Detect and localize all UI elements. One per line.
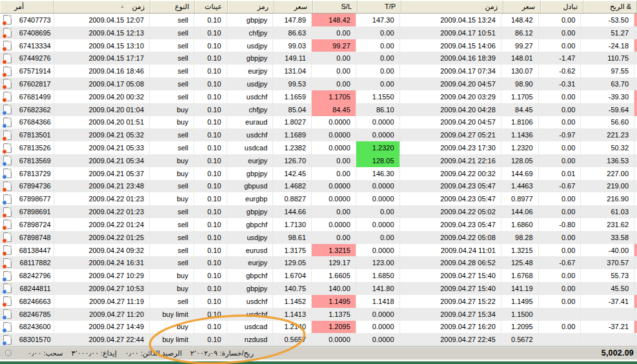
column-label: T/P (385, 3, 396, 10)
table-row[interactable]: 681178822009.04.24 16:31sell0.10eurjpy12… (0, 256, 637, 269)
cell-symbol: gbpjpy (227, 205, 274, 218)
cell-profit: 45.50 (581, 282, 634, 295)
column-label: زمن (132, 3, 145, 11)
column-header-sl[interactable]: S/L (313, 1, 358, 13)
table-row[interactable]: 681384472009.04.24 09:32sell0.10eurusd1.… (0, 244, 637, 257)
cell-lots: 0.10 (194, 180, 227, 193)
cell-order: 68138447 (0, 244, 54, 257)
cell-order: 68243600 (0, 321, 54, 334)
balance-total: 5,002.09 (602, 347, 634, 359)
document-red-dot-icon (3, 207, 12, 217)
row-edge-sliver (634, 333, 637, 346)
cell-swap: 0.01 (539, 167, 581, 180)
cell-open_time: 2009.04.15 12:13 (54, 26, 150, 39)
cell-open_price: 1.7130 (273, 218, 312, 231)
table-row[interactable]: 675719142009.04.16 18:46sell0.10eurjpy13… (0, 65, 637, 77)
cell-open_price: 0.5657 (273, 333, 312, 346)
column-label: S/L (341, 3, 352, 10)
column-label: أمر (14, 3, 24, 11)
cell-swap: 0.00 (539, 282, 581, 295)
table-row[interactable]: 678986772009.04.22 01:23buy0.10eurgbp0.8… (0, 192, 637, 205)
cell-order: 67898677 (0, 192, 54, 205)
cell-type: sell (150, 256, 194, 269)
table-row[interactable]: 678987482009.04.22 01:25sell0.10usdjpy98… (0, 231, 637, 244)
column-header-close_price[interactable]: سعر (503, 1, 541, 13)
table-row[interactable]: 682436002009.04.27 14:49buy0.10usdcad1.2… (0, 321, 637, 334)
cell-type: sell (150, 65, 194, 77)
table-row[interactable]: 678987242009.04.22 01:24sell0.10gbpchf1.… (0, 218, 637, 231)
column-header-close_time[interactable]: زمن (401, 1, 503, 13)
cell-profit: 61.03 (581, 205, 634, 218)
cell-close_time: 2009.04.23 05:47 (400, 218, 501, 231)
order-number: 67813501 (19, 131, 51, 139)
table-row[interactable]: 682467852009.04.27 11:20buy limit0.10usd… (0, 308, 637, 321)
table-row[interactable]: 678986912009.04.22 01:23sell0.10gbpjpy14… (0, 205, 637, 218)
table-row[interactable]: 676823622009.04.20 01:04buy0.10chfjpy85.… (0, 103, 637, 116)
column-header-type[interactable]: النوع (150, 1, 195, 13)
table-row[interactable]: 674492762009.04.15 17:17sell0.10gbpjpy14… (0, 52, 637, 65)
column-header-symbol[interactable]: رمز (228, 1, 274, 13)
cell-profit: -53.50 (581, 14, 634, 26)
table-row[interactable]: 678947362009.04.21 23:48sell0.10gbpusd1.… (0, 180, 637, 193)
table-row[interactable]: 682448112009.04.27 10:53buy0.10gbpjpy140… (0, 282, 637, 295)
cell-open_time: 2009.04.20 01:51 (54, 116, 150, 129)
table-row[interactable]: 678135692009.04.21 05:34buy0.10eurjpy126… (0, 154, 637, 167)
document-red-dot-icon (3, 232, 12, 242)
table-row[interactable]: 682427962009.04.27 10:29buy0.10gbpchf1.6… (0, 269, 637, 282)
column-header-profit[interactable]: الربح & (583, 1, 637, 13)
table-row[interactable]: 683015702009.04.27 22:44buy limit0.10nzd… (0, 333, 637, 346)
column-header-order[interactable]: أمر (0, 1, 54, 13)
table-row[interactable]: 674077732009.04.15 12:07sell0.10gbpjpy14… (0, 14, 637, 26)
cell-tp: 0.0000 (356, 180, 400, 193)
cell-tp: 1.1550 (356, 90, 400, 103)
cell-order: 67894736 (0, 180, 54, 193)
cell-swap (539, 308, 581, 321)
cell-order: 68246785 (0, 308, 54, 321)
cell-sl: 0.00 (312, 52, 356, 65)
cell-close_price: 84.45 (501, 103, 539, 116)
cell-type: buy limit (150, 308, 194, 321)
cell-tp: 0.0000 (356, 192, 400, 205)
cell-open_price: 98.61 (273, 231, 312, 244)
cell-sl: 0.0000 (312, 333, 356, 346)
column-header-open_price[interactable]: سعر (274, 1, 313, 13)
row-edge-sliver (634, 295, 637, 308)
cell-type: sell (150, 205, 194, 218)
cell-open_price: 86.63 (273, 26, 312, 39)
table-row[interactable]: 676814992009.04.20 00:32sell0.10usdchf1.… (0, 90, 637, 103)
table-row[interactable]: 674133342009.04.15 13:10sell0.10usdjpy99… (0, 39, 637, 52)
cell-swap (539, 333, 581, 346)
column-header-tp[interactable]: T/P (358, 1, 401, 13)
cell-lots: 0.10 (194, 14, 227, 26)
table-row[interactable]: 676028172009.04.17 05:08sell0.10usdjpy99… (0, 77, 637, 90)
cell-lots: 0.10 (194, 333, 227, 346)
table-row[interactable]: 678135012009.04.21 05:32sell0.10usdchf1.… (0, 128, 637, 141)
table-row[interactable]: 674086952009.04.15 12:13sell0.10chfjpy86… (0, 26, 637, 39)
table-row[interactable]: 676843662009.04.20 01:51buy0.10euraud1.8… (0, 116, 637, 129)
order-number: 67894736 (19, 182, 51, 190)
cell-close_time: 2009.04.17 10:51 (400, 26, 501, 39)
table-row[interactable]: 678137292009.04.21 05:37buy0.10gbpjpy142… (0, 167, 637, 180)
cell-close_time: 2009.04.27 05:21 (400, 128, 501, 141)
cell-tp: 0.0000 (356, 244, 400, 257)
row-edge-sliver (634, 218, 637, 231)
cell-close_time: 2009.04.24 11:01 (400, 244, 501, 257)
column-header-open_time[interactable]: ▵زمن (54, 1, 150, 13)
cell-open_price: 1.3175 (273, 244, 312, 257)
cell-order: 68242796 (0, 269, 54, 282)
column-label: الربح & (610, 3, 631, 11)
cell-swap: -0.31 (539, 77, 581, 90)
order-number: 67413334 (19, 42, 51, 50)
column-header-swap[interactable]: تبادل (541, 1, 583, 13)
table-row[interactable]: 682466632009.04.27 11:19sell0.10usdchf1.… (0, 295, 637, 308)
cell-close_price: 1.8106 (501, 116, 539, 129)
cell-lots: 0.10 (194, 128, 227, 141)
cell-open_time: 2009.04.16 18:46 (54, 65, 150, 77)
cell-close_price: 130.07 (501, 65, 539, 77)
cell-close_time: 2009.04.22 05:02 (400, 205, 501, 218)
order-number: 67681499 (19, 93, 51, 101)
cell-close_time: 2009.04.23 05:47 (400, 192, 501, 205)
column-header-lots[interactable]: عينات (195, 1, 228, 13)
table-row[interactable]: 678135262009.04.21 05:33sell0.10usdcad1.… (0, 141, 637, 154)
cell-lots: 0.10 (194, 26, 227, 39)
